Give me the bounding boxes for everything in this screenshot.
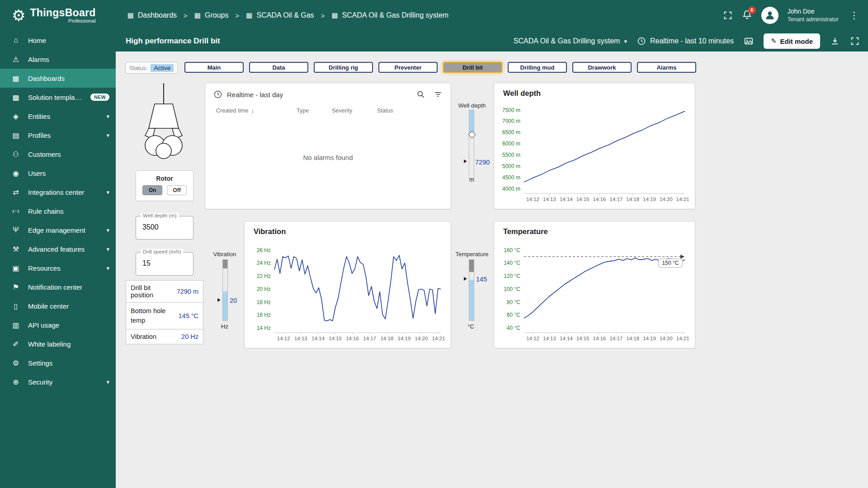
sidebar-item-dashboards[interactable]: ▦ Dashboards — [0, 69, 116, 88]
svg-text:14:21: 14:21 — [676, 336, 689, 341]
chevron-down-icon: ▾ — [106, 189, 109, 196]
sidebar-item-home[interactable]: ⌂ Home — [0, 31, 116, 50]
logo-gear-icon: ⚙ — [12, 8, 25, 23]
fullscreen-dashboard-icon[interactable] — [850, 36, 860, 46]
rotor-off-button[interactable]: Off — [167, 185, 187, 195]
well-depth-slider-track[interactable] — [469, 110, 474, 178]
settings-gear-icon: ⚙ — [11, 359, 21, 367]
svg-text:14:18: 14:18 — [380, 336, 393, 341]
readout-label: Drill bit position — [131, 284, 174, 299]
user-block[interactable]: John Doe Tenant administrator — [788, 7, 839, 23]
clock-icon — [213, 90, 222, 99]
well-depth-input-value[interactable]: 3500 — [142, 223, 193, 231]
download-icon[interactable] — [830, 36, 840, 46]
readout-value: 145 °C — [179, 312, 199, 319]
sidebar-item-label: Rule chains — [28, 207, 109, 215]
svg-text:14:17: 14:17 — [609, 197, 623, 202]
sidebar-item-settings[interactable]: ⚙ Settings — [0, 353, 116, 372]
status-chip: Status: Active — [125, 62, 178, 74]
breadcrumb-item-groups[interactable]: ▦ Groups — [194, 11, 229, 19]
svg-text:14:17: 14:17 — [609, 336, 623, 341]
alarm-icon: ⚠ — [11, 55, 21, 64]
vibration-slider-unit: Hz — [221, 323, 228, 330]
tab-data[interactable]: Data — [249, 62, 308, 73]
entities-icon: ◈ — [11, 112, 21, 121]
sidebar-item-api-usage[interactable]: ▥ API usage — [0, 315, 116, 334]
fullscreen-icon[interactable] — [723, 10, 733, 20]
sidebar-item-label: Profiles — [28, 131, 99, 139]
vibration-slider-value: 20 — [230, 297, 237, 304]
column-type[interactable]: Type — [297, 108, 332, 114]
column-status[interactable]: Status — [377, 108, 393, 114]
top-header: ⚙ ThingsBoard Professional ▦ Dashboards … — [0, 0, 868, 31]
dashboards-grid-icon: ▦ — [246, 11, 252, 19]
sidebar-item-notification-center[interactable]: ⚑ Notification center — [0, 277, 116, 296]
breadcrumb-separator: > — [184, 12, 188, 19]
drill-speed-input-label: Drill speed (m/h) — [141, 249, 183, 254]
sidebar-item-advanced-features[interactable]: ⚒ Advanced features ▾ — [0, 239, 116, 258]
sidebar-item-integrations-center[interactable]: ⇄ Integrations center ▾ — [0, 183, 116, 202]
filter-icon[interactable] — [434, 90, 443, 99]
sidebar-item-solution-templates[interactable]: ▩ Solution templates NEW — [0, 88, 116, 107]
sidebar-item-rule-chains[interactable]: ‹·› Rule chains — [0, 202, 116, 221]
tab-drilling-rig[interactable]: Drilling rig — [314, 62, 373, 73]
api-usage-icon: ▥ — [11, 321, 21, 329]
readout-value: 20 Hz — [181, 333, 198, 340]
svg-text:7500 m: 7500 m — [502, 107, 520, 113]
readout-row-bottom-hole-temp: Bottom hole temp 145 °C — [126, 303, 203, 329]
svg-text:22 Hz: 22 Hz — [257, 273, 271, 279]
breadcrumb-item-current-dashboard[interactable]: ▦ SCADA Oil & Gas Drilling system — [331, 11, 448, 19]
column-severity[interactable]: Severity — [332, 108, 377, 114]
sidebar-item-users[interactable]: ◉ Users — [0, 164, 116, 183]
edit-mode-button[interactable]: ✎ Edit mode — [764, 33, 820, 49]
tab-main[interactable]: Main — [184, 62, 244, 73]
drill-speed-input-value[interactable]: 15 — [142, 259, 193, 267]
logo-title: ThingsBoard — [30, 7, 95, 19]
tab-preventer[interactable]: Preventer — [378, 62, 438, 73]
well-depth-input[interactable]: Well depth (m) 3500 — [136, 216, 193, 239]
notifications-bell-icon[interactable]: 6 — [742, 9, 752, 22]
sidebar-item-white-labeling[interactable]: ✐ White labeling — [0, 334, 116, 353]
search-icon[interactable] — [416, 90, 425, 99]
sidebar-item-mobile-center[interactable]: ▯ Mobile center — [0, 296, 116, 315]
dashboard-select[interactable]: SCADA Oil & Gas Drilling system ▾ — [514, 37, 627, 45]
resources-icon: ▣ — [11, 264, 21, 272]
sidebar-item-security[interactable]: ⊕ Security ▾ — [0, 372, 116, 391]
tab-drawwork[interactable]: Drawwork — [572, 62, 632, 73]
sidebar-item-profiles[interactable]: ▤ Profiles ▾ — [0, 126, 116, 145]
svg-text:160 °C: 160 °C — [504, 247, 520, 253]
sidebar-item-resources[interactable]: ▣ Resources ▾ — [0, 258, 116, 277]
image-gallery-icon[interactable] — [744, 36, 754, 46]
breadcrumb-item-scada-group[interactable]: ▦ SCADA Oil & Gas — [246, 11, 314, 19]
status-value-badge[interactable]: Active — [151, 64, 174, 72]
svg-text:14:21: 14:21 — [432, 336, 445, 341]
sidebar-item-label: Edge management — [28, 226, 99, 234]
chevron-down-icon: ▾ — [106, 379, 109, 385]
white-labeling-icon: ✐ — [11, 340, 21, 348]
svg-text:14:19: 14:19 — [398, 336, 411, 341]
sidebar-item-label: Dashboards — [28, 75, 109, 82]
temperature-slider-track[interactable] — [469, 259, 474, 321]
chevron-down-icon: ▾ — [106, 113, 109, 120]
alarms-table-header: Created time ↓ Type Severity Status — [205, 102, 451, 118]
more-menu-icon[interactable]: ⋮ — [848, 10, 861, 21]
rotor-on-button[interactable]: On — [142, 185, 162, 195]
breadcrumb-item-dashboards[interactable]: ▦ Dashboards — [127, 11, 177, 19]
tab-drilling-mud[interactable]: Drilling mud — [508, 62, 567, 73]
status-label: Status: — [129, 65, 147, 71]
integrations-icon: ⇄ — [11, 188, 21, 197]
timewindow-button[interactable]: Realtime - last 10 minutes — [637, 37, 734, 46]
state-navigation-tabs: Main Data Drilling rig Preventer Drill b… — [184, 62, 696, 73]
alarms-timewindow-label[interactable]: Realtime - last day — [227, 91, 283, 99]
dashboards-grid-icon: ▦ — [127, 11, 134, 19]
tab-drill-bit[interactable]: Drill bit — [443, 62, 502, 73]
user-avatar[interactable] — [761, 7, 778, 24]
sidebar-item-alarms[interactable]: ⚠ Alarms — [0, 50, 116, 69]
column-created-time[interactable]: Created time ↓ — [216, 107, 297, 114]
sidebar-item-customers[interactable]: ⚇ Customers — [0, 145, 116, 164]
sidebar-item-edge-management[interactable]: Ψ Edge management ▾ — [0, 221, 116, 239]
tab-alarms[interactable]: Alarms — [637, 62, 696, 73]
vibration-slider-track[interactable] — [222, 259, 228, 321]
drill-speed-input[interactable]: Drill speed (m/h) 15 — [136, 252, 193, 276]
sidebar-item-entities[interactable]: ◈ Entities ▾ — [0, 107, 116, 126]
